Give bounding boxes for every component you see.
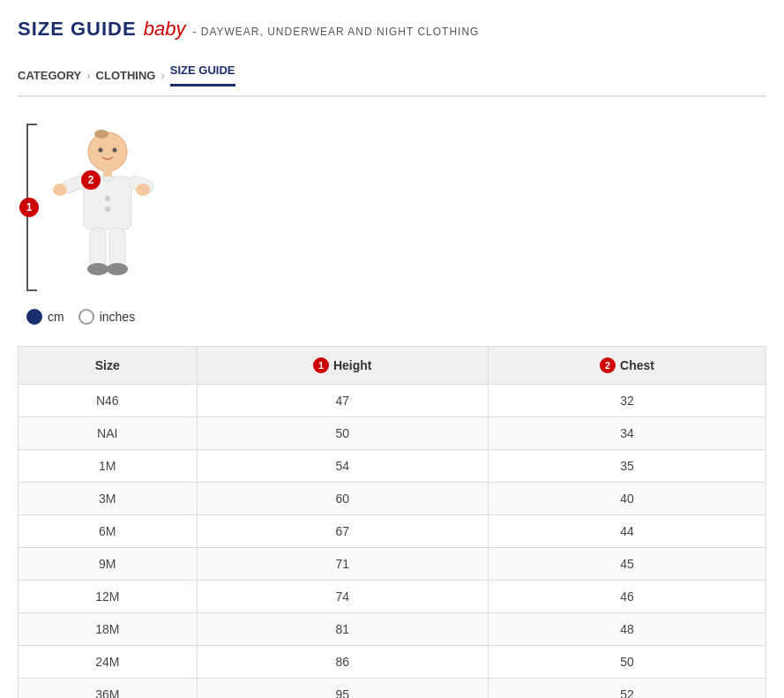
chest-label: Chest — [620, 358, 654, 372]
unit-toggle: cm inches — [26, 309, 766, 325]
svg-rect-4 — [103, 169, 112, 176]
cell-size: 3M — [19, 483, 198, 515]
svg-point-12 — [87, 263, 108, 275]
cell-size: 12M — [19, 581, 198, 613]
height-label: Height — [333, 358, 372, 372]
cell-chest: 40 — [488, 483, 765, 515]
cell-height: 86 — [197, 646, 488, 679]
cell-height: 60 — [197, 483, 488, 515]
page-wrapper: SIZE GUIDE baby - DAYWEAR, UNDERWEAR AND… — [0, 0, 784, 698]
svg-point-0 — [88, 132, 127, 171]
cell-size: 6M — [19, 515, 198, 548]
cell-size: 9M — [19, 548, 198, 581]
cell-chest: 45 — [488, 548, 765, 581]
table-row: 18M 81 48 — [19, 613, 766, 646]
page-title-sub: baby — [144, 18, 186, 41]
breadcrumb-sep-2: › — [161, 69, 164, 82]
table-header-row: Size 1 Height 2 Chest — [19, 347, 766, 385]
breadcrumb-sep-1: › — [86, 69, 90, 82]
cell-height: 95 — [197, 679, 488, 699]
unit-cm[interactable]: cm — [26, 309, 64, 325]
col-header-height: 1 Height — [197, 347, 488, 385]
page-title-main: SIZE GUIDE — [18, 18, 137, 41]
svg-point-2 — [99, 148, 103, 153]
radio-cm[interactable] — [26, 309, 42, 325]
chest-badge: 2 — [600, 357, 616, 373]
cell-size: 1M — [19, 450, 198, 483]
page-title-area: SIZE GUIDE baby - DAYWEAR, UNDERWEAR AND… — [18, 18, 766, 41]
breadcrumb-clothing[interactable]: CLOTHING — [96, 69, 156, 82]
cell-height: 47 — [197, 385, 488, 417]
cell-height: 81 — [197, 613, 488, 646]
inches-label: inches — [100, 310, 135, 324]
breadcrumb: CATEGORY › CLOTHING › SIZE GUIDE — [18, 55, 766, 97]
cell-height: 74 — [197, 581, 488, 613]
table-row: 6M 67 44 — [19, 515, 766, 548]
baby-illustration — [44, 124, 159, 291]
unit-inches[interactable]: inches — [78, 309, 135, 325]
cell-chest: 44 — [488, 515, 765, 548]
svg-point-8 — [53, 184, 67, 196]
baby-figure: 1 2 — [44, 124, 159, 291]
cell-size: 36M — [19, 679, 198, 699]
svg-rect-10 — [90, 228, 106, 267]
table-row: 36M 95 52 — [19, 679, 766, 699]
cell-chest: 46 — [488, 581, 765, 613]
svg-point-9 — [136, 184, 150, 196]
height-badge: 1 — [313, 357, 329, 373]
table-row: N46 47 32 — [19, 385, 766, 417]
size-table: Size 1 Height 2 Chest N46 47 32 — [18, 346, 766, 698]
svg-point-13 — [107, 263, 128, 275]
cell-chest: 34 — [488, 417, 765, 450]
badge-1: 1 — [19, 198, 39, 217]
breadcrumb-category[interactable]: CATEGORY — [18, 69, 81, 82]
table-body: N46 47 32 NAI 50 34 1M 54 35 3M 60 40 6M… — [19, 385, 766, 699]
cell-chest: 32 — [488, 385, 765, 417]
table-row: 12M 74 46 — [19, 581, 766, 613]
cell-size: 24M — [19, 646, 198, 679]
cell-chest: 52 — [488, 679, 765, 699]
cell-height: 54 — [197, 450, 488, 483]
radio-inches[interactable] — [78, 309, 94, 325]
cell-size: N46 — [19, 385, 198, 417]
table-row: NAI 50 34 — [19, 417, 766, 450]
table-row: 9M 71 45 — [19, 548, 766, 581]
svg-point-14 — [105, 196, 110, 201]
svg-rect-11 — [109, 228, 125, 267]
cell-height: 50 — [197, 417, 488, 450]
cell-chest: 35 — [488, 450, 765, 483]
breadcrumb-sizeguide[interactable]: SIZE GUIDE — [170, 64, 235, 86]
cell-height: 71 — [197, 548, 488, 581]
svg-point-3 — [113, 148, 117, 153]
cell-chest: 50 — [488, 646, 765, 679]
cell-size: NAI — [19, 417, 198, 450]
cell-size: 18M — [19, 613, 198, 646]
table-row: 1M 54 35 — [19, 450, 766, 483]
figure-area: 1 2 — [44, 124, 766, 291]
cell-height: 67 — [197, 515, 488, 548]
table-row: 3M 60 40 — [19, 483, 766, 515]
svg-point-15 — [105, 206, 110, 212]
page-title-desc: - DAYWEAR, UNDERWEAR AND NIGHT CLOTHING — [192, 26, 479, 38]
cm-label: cm — [48, 310, 64, 324]
col-header-size: Size — [19, 347, 198, 385]
table-row: 24M 86 50 — [19, 646, 766, 679]
svg-point-1 — [94, 130, 108, 139]
cell-chest: 48 — [488, 613, 765, 646]
col-header-chest: 2 Chest — [488, 347, 765, 385]
